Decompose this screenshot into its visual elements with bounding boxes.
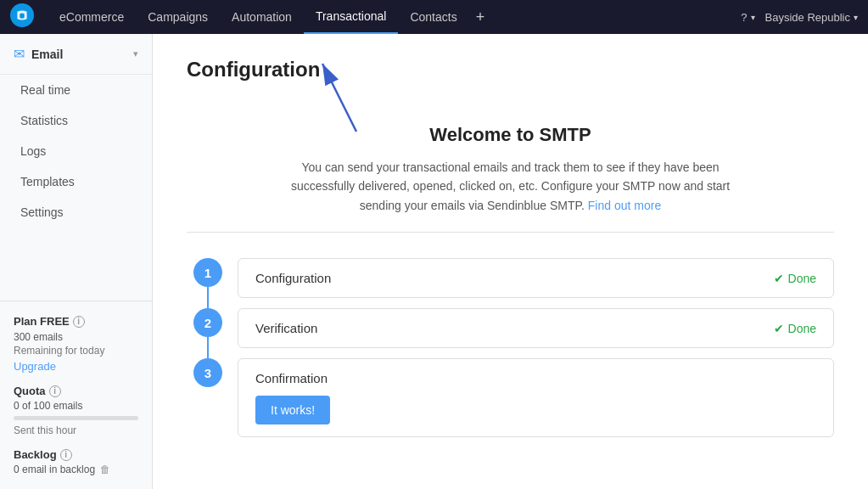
step-circle-1: 1 [193, 258, 222, 287]
logo[interactable] [10, 3, 37, 31]
welcome-description: You can send your transactional emails a… [273, 158, 748, 215]
it-works-button[interactable]: It works! [255, 396, 330, 424]
quota-progress-bar-bg [14, 416, 138, 420]
quota-info-icon: i [49, 385, 61, 397]
step-done-2: ✔ Done [774, 322, 816, 335]
sidebar-item-realtime[interactable]: Real time [0, 75, 152, 105]
welcome-desc-text: You can send your transactional emails a… [291, 160, 730, 212]
sidebar-item-statistics[interactable]: Statistics [0, 105, 152, 136]
sidebar-bottom: Plan FREE i 300 emails Remaining for tod… [0, 301, 152, 489]
page-title: Configuration [187, 58, 834, 82]
nav-transactional[interactable]: Transactional [304, 0, 399, 34]
welcome-title: Welcome to SMTP [221, 124, 800, 146]
step-status-1: Done [788, 272, 816, 285]
quota-sent-label: Sent this hour [14, 424, 138, 436]
step-card-2: Verification ✔ Done [238, 308, 834, 348]
plus-icon[interactable]: + [469, 8, 492, 26]
sidebar-item-logs[interactable]: Logs [0, 136, 152, 166]
backlog-value: 0 email in backlog 🗑 [14, 464, 138, 475]
find-out-more-link[interactable]: Find out more [588, 199, 661, 212]
check-icon-1: ✔ [774, 272, 784, 285]
nav-items: eCommerce Campaigns Automation Transacti… [48, 0, 741, 34]
help-button[interactable]: ? ▾ [741, 11, 754, 24]
plan-remaining: Remaining for today [14, 345, 138, 357]
layout: ✉ Email ▾ Real time Statistics Logs Temp… [0, 34, 868, 489]
backlog-label: Backlog i [14, 448, 138, 461]
nav-contacts[interactable]: Contacts [398, 0, 468, 34]
sidebar-email-label: Email [31, 48, 63, 61]
step-card-3: Confirmation It works! [238, 358, 834, 437]
step-number-col-3: 3 [187, 358, 229, 447]
step-status-2: Done [788, 322, 816, 335]
step-number-col-1: 1 [187, 258, 229, 308]
sidebar-item-templates[interactable]: Templates [0, 166, 152, 197]
step-name-1: Configuration [255, 271, 331, 285]
step-card-1: Configuration ✔ Done [238, 258, 834, 298]
sidebar-email-section[interactable]: ✉ Email ▾ [0, 34, 152, 75]
step-done-1: ✔ Done [774, 272, 816, 285]
quota-value: 0 of 100 emails [14, 400, 138, 412]
email-icon: ✉ [14, 46, 25, 62]
trash-icon[interactable]: 🗑 [100, 464, 110, 475]
sidebar-item-settings[interactable]: Settings [0, 197, 152, 228]
upgrade-link[interactable]: Upgrade [14, 360, 56, 373]
welcome-section: Welcome to SMTP You can send your transa… [187, 98, 834, 233]
account-chevron: ▾ [854, 13, 858, 22]
backlog-count: 0 email in backlog [14, 464, 95, 475]
step-line-1 [207, 287, 209, 308]
backlog-info-icon: i [60, 449, 72, 461]
account-button[interactable]: Bayside Republic ▾ [765, 11, 858, 24]
top-navigation: eCommerce Campaigns Automation Transacti… [0, 0, 868, 34]
step-row-2: 2 Verification ✔ Done [187, 308, 834, 358]
step-number-col-2: 2 [187, 308, 229, 358]
step-circle-3: 3 [193, 358, 222, 387]
account-name: Bayside Republic [765, 11, 850, 24]
step-circle-2: 2 [193, 308, 222, 337]
check-icon-2: ✔ [774, 322, 784, 335]
quota-text: Quota [14, 385, 46, 397]
help-chevron: ▾ [751, 13, 755, 22]
plan-label: Plan FREE i [14, 315, 138, 328]
nav-automation[interactable]: Automation [220, 0, 304, 34]
plan-info-icon: i [73, 316, 85, 328]
question-icon: ? [741, 11, 747, 24]
nav-campaigns[interactable]: Campaigns [136, 0, 220, 34]
main-content: Configuration Welcome to SMTP You can se… [153, 34, 868, 489]
step-card-header-3: Confirmation [255, 371, 816, 385]
step-line-2 [207, 337, 209, 358]
plan-emails-count: 300 emails [14, 331, 138, 343]
nav-ecommerce[interactable]: eCommerce [48, 0, 136, 34]
backlog-section: Backlog i 0 email in backlog 🗑 [14, 448, 138, 475]
step-name-2: Verification [255, 321, 317, 335]
backlog-text: Backlog [14, 448, 57, 461]
nav-right: ? ▾ Bayside Republic ▾ [741, 11, 858, 24]
step-row-1: 1 Configuration ✔ Done [187, 258, 834, 308]
step-name-3: Confirmation [255, 371, 328, 385]
plan-text: Plan FREE [14, 315, 70, 328]
steps-container: 1 Configuration ✔ Done 2 V [187, 258, 834, 447]
chevron-down-icon: ▾ [133, 48, 138, 59]
quota-label: Quota i [14, 385, 138, 397]
quota-section: Quota i 0 of 100 emails Sent this hour [14, 385, 138, 436]
sidebar: ✉ Email ▾ Real time Statistics Logs Temp… [0, 34, 153, 489]
step-row-3: 3 Confirmation It works! [187, 358, 834, 447]
